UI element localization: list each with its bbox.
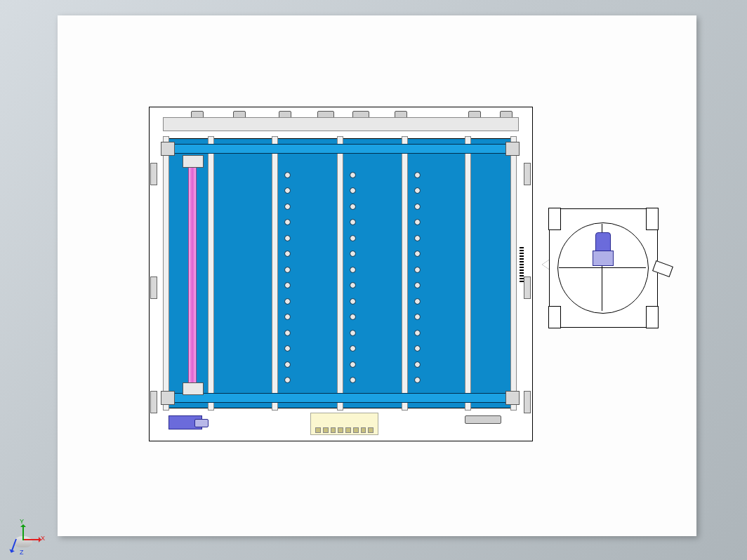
bolt-hole bbox=[350, 235, 356, 241]
bolt-hole bbox=[350, 361, 356, 368]
bolt-hole bbox=[414, 267, 421, 273]
blower-assembly[interactable] bbox=[549, 208, 658, 328]
fan-motor bbox=[593, 232, 612, 266]
bolt-hole bbox=[284, 267, 291, 273]
side-bracket bbox=[524, 163, 531, 185]
bolt-hole bbox=[350, 345, 356, 352]
bolt-hole bbox=[414, 345, 421, 352]
x-axis-icon bbox=[24, 539, 41, 540]
terminal-row bbox=[315, 427, 374, 433]
z-axis-label: Z bbox=[20, 549, 24, 556]
crossbar-end bbox=[505, 391, 520, 405]
control-box bbox=[310, 413, 378, 435]
bottom-bracket bbox=[465, 415, 501, 424]
side-bracket bbox=[150, 276, 157, 299]
drawing-canvas[interactable] bbox=[58, 15, 696, 536]
bolt-hole bbox=[284, 204, 291, 210]
crossbar-end bbox=[161, 142, 175, 156]
bolt-hole bbox=[350, 204, 356, 210]
y-axis-label: Y bbox=[20, 518, 24, 525]
bolt-hole bbox=[350, 172, 356, 178]
crossbar-end bbox=[161, 391, 175, 405]
side-bracket bbox=[524, 391, 531, 413]
crossbar-end bbox=[505, 142, 520, 156]
vertical-rail bbox=[163, 136, 169, 411]
mount-tab bbox=[646, 306, 659, 328]
bolt-hole bbox=[414, 377, 421, 383]
bolt-hole bbox=[284, 235, 291, 241]
bolt-hole bbox=[284, 377, 291, 383]
mount-tab bbox=[548, 306, 561, 328]
bolt-hole bbox=[350, 298, 356, 305]
vertical-rail bbox=[402, 136, 408, 411]
hinge-chain bbox=[520, 247, 524, 282]
vertical-rail bbox=[272, 136, 278, 411]
x-axis-label: X bbox=[41, 535, 45, 542]
axis-triad[interactable]: X Y Z bbox=[7, 518, 42, 553]
vertical-rail bbox=[208, 136, 214, 411]
bolt-hole bbox=[284, 172, 291, 178]
vertical-rail bbox=[510, 136, 517, 411]
bolt-hole bbox=[284, 361, 291, 368]
vertical-rail bbox=[337, 136, 343, 411]
mount-tab bbox=[548, 208, 561, 230]
bolt-hole bbox=[414, 172, 421, 178]
fan-gearbox bbox=[593, 251, 614, 266]
bolt-hole bbox=[350, 377, 356, 383]
side-bracket bbox=[150, 163, 157, 185]
mount-tab bbox=[646, 208, 659, 230]
motor-shaft bbox=[194, 419, 209, 427]
top-rail bbox=[163, 117, 519, 131]
bolt-hole bbox=[414, 204, 421, 210]
actuator-carriage bbox=[183, 382, 204, 395]
bolt-hole bbox=[414, 298, 421, 305]
bolt-hole bbox=[284, 345, 291, 352]
side-bracket bbox=[150, 391, 157, 413]
side-bracket bbox=[524, 276, 531, 299]
bolt-hole bbox=[350, 330, 356, 336]
drive-motor bbox=[168, 415, 202, 429]
linear-actuator bbox=[188, 159, 197, 389]
vertical-rail bbox=[465, 136, 471, 411]
table-surface-group bbox=[163, 138, 517, 408]
crossbar-top bbox=[163, 144, 517, 154]
bolt-hole bbox=[414, 235, 421, 241]
bolt-hole bbox=[350, 267, 356, 273]
bolt-hole bbox=[414, 361, 421, 368]
crossbar-bottom bbox=[163, 393, 517, 403]
bolt-hole bbox=[284, 330, 291, 336]
actuator-carriage bbox=[183, 155, 204, 168]
centerline-h bbox=[559, 267, 646, 268]
y-axis-icon bbox=[22, 525, 24, 540]
bolt-hole bbox=[284, 298, 291, 305]
bolt-hole bbox=[414, 330, 421, 336]
main-assembly[interactable] bbox=[149, 100, 535, 451]
